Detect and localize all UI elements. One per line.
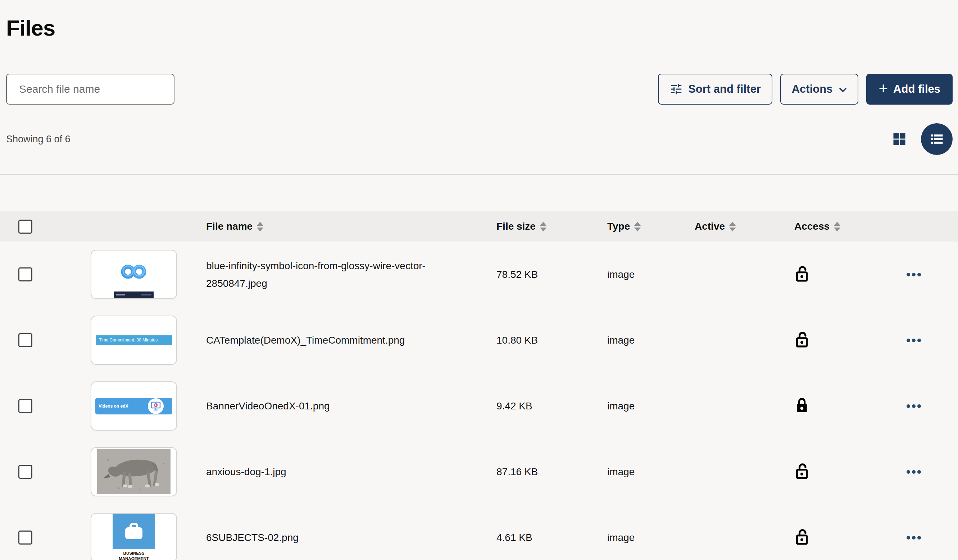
thumbnail-banner-text: Time Commitment: 30 Minutes [96,335,172,345]
row-menu-ellipsis-icon[interactable] [907,467,958,477]
file-name: blue-infinity-symbol-icon-from-glossy-wi… [206,260,425,289]
sort-arrows-icon [257,222,263,231]
thumbnail-footer-bar [114,291,154,298]
file-thumbnail-videos-banner: Videos on edX [90,381,177,430]
sort-arrows-icon [834,222,841,231]
table-row: BUSINESS MANAGEMENT 6SUBJECTS-02.png 4.6… [0,505,958,560]
row-menu-ellipsis-icon[interactable] [907,532,958,543]
actions-label: Actions [792,83,833,96]
unlock-icon[interactable] [794,528,809,546]
file-name: BannerVideoOnedX-01.png [206,400,330,411]
file-type: image [607,335,634,346]
row-checkbox[interactable] [18,333,32,347]
sort-arrows-icon [729,222,736,231]
summary-row: Showing 6 of 6 [6,123,953,155]
column-header-access[interactable]: Access [794,221,907,232]
sort-arrows-icon [540,222,546,231]
sort-and-filter-button[interactable]: Sort and filter [658,74,772,104]
file-size: 9.42 KB [496,400,533,411]
table-header-row: File name File size Type Active Acce [0,211,958,242]
column-header-active[interactable]: Active [695,221,791,232]
tune-sliders-icon [669,82,683,96]
unlock-icon[interactable] [794,463,809,480]
table-row: anxious-dog-1.jpg 87.16 KB image [0,439,958,505]
thumbnail-caption-line: MANAGEMENT [119,556,149,560]
file-thumbnail-dog-photo [90,447,177,497]
file-size: 4.61 KB [496,532,533,543]
file-size: 78.52 KB [496,269,538,280]
row-checkbox[interactable] [18,465,32,479]
chevron-down-icon [839,87,847,92]
list-lines-icon [929,131,945,147]
row-checkbox[interactable] [18,399,32,413]
toolbar-buttons: Sort and filter Actions + Add files [658,74,953,104]
column-header-file-size[interactable]: File size [496,221,607,232]
file-name: 6SUBJECTS-02.png [206,532,298,543]
file-size: 10.80 KB [496,335,538,346]
file-type: image [607,269,634,280]
row-menu-ellipsis-icon[interactable] [907,401,958,411]
unlock-icon[interactable] [794,331,809,348]
sort-and-filter-label: Sort and filter [688,83,761,96]
page-title: Files [6,15,55,41]
row-menu-ellipsis-icon[interactable] [907,269,958,280]
file-thumbnail-business-management: BUSINESS MANAGEMENT [90,513,177,560]
thumbnail-caption-line: BUSINESS [119,551,149,556]
table-row: Time Commitment: 30 Minutes CATemplate(D… [0,307,958,373]
files-table: File name File size Type Active Acce [0,211,958,560]
plus-icon: + [879,81,888,96]
actions-button[interactable]: Actions [780,74,859,104]
table-row: Videos on edX BannerVideoOnedX-01.png 9.… [0,373,958,439]
grid-view-button[interactable] [891,130,908,148]
video-monitor-icon [148,398,164,414]
add-files-button[interactable]: + Add files [866,74,953,104]
file-size: 87.16 KB [496,466,538,477]
select-all-checkbox[interactable] [18,220,32,234]
file-type: image [607,466,634,477]
file-type: image [607,400,634,411]
row-checkbox[interactable] [18,530,32,544]
file-name: CATemplate(DemoX)_TimeCommitment.png [206,335,405,346]
unlock-icon[interactable] [794,265,809,283]
add-files-label: Add files [893,83,941,96]
thumbnail-banner-text: Videos on edX [95,403,128,409]
sort-arrows-icon [634,222,641,231]
controls-row: Sort and filter Actions + Add files [6,74,953,104]
file-thumbnail-time-commitment: Time Commitment: 30 Minutes [90,316,177,365]
column-header-file-name[interactable]: File name [206,221,471,232]
file-thumbnail-infinity [90,250,177,299]
row-menu-ellipsis-icon[interactable] [907,335,958,346]
search-input[interactable] [6,74,174,104]
column-header-type[interactable]: Type [607,221,695,232]
file-name: anxious-dog-1.jpg [206,466,286,477]
grid-squares-icon [891,131,907,147]
briefcase-icon [113,513,155,549]
row-checkbox[interactable] [18,267,32,282]
list-view-button-active[interactable] [921,123,953,155]
section-divider [0,174,958,175]
showing-count: Showing 6 of 6 [6,134,70,145]
view-toggles [891,123,953,155]
lock-icon[interactable] [794,397,809,414]
table-row: blue-infinity-symbol-icon-from-glossy-wi… [0,242,958,307]
file-type: image [607,532,634,543]
